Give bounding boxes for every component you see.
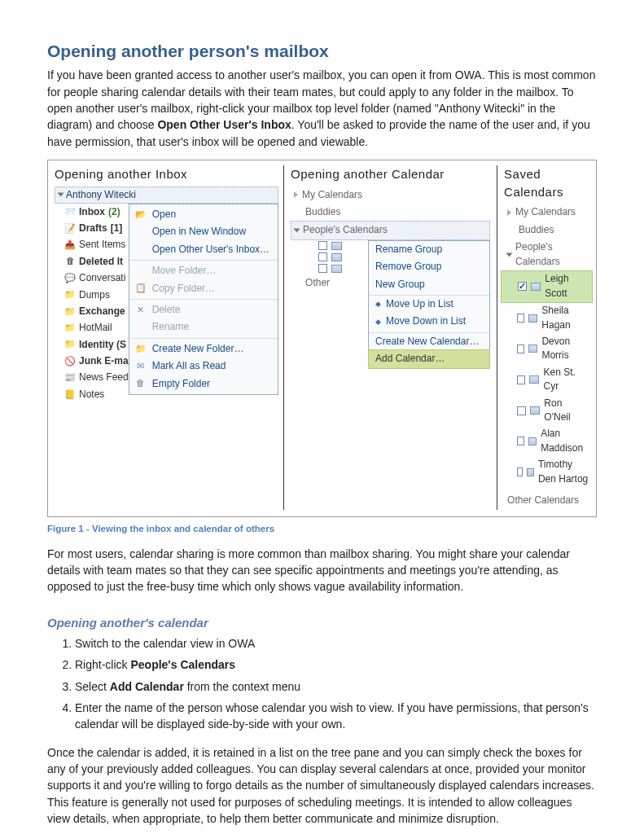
my-calendars-section[interactable]: My Calendars: [291, 187, 490, 204]
expand-icon: [58, 193, 64, 197]
chevron-right-icon: [507, 209, 511, 216]
calendar-mini-icon: [331, 265, 342, 273]
buddies-saved[interactable]: Buddies: [504, 222, 589, 239]
folder-item[interactable]: 📁HotMail: [55, 320, 129, 336]
section-label: Other Calendars: [507, 494, 579, 507]
steps-list: Switch to the calendar view in OWA Right…: [75, 635, 597, 732]
folder-item[interactable]: 🚫Junk E-ma: [55, 353, 129, 370]
menu-item[interactable]: Add Calendar…: [368, 349, 490, 368]
folder-item[interactable]: 💬Conversati: [55, 270, 129, 287]
saved-calendar-row[interactable]: Ken St. Cyr: [504, 364, 589, 395]
saved-calendar-row[interactable]: Leigh Scott: [501, 270, 593, 303]
menu-item[interactable]: Rename Group: [369, 241, 489, 258]
menu-label: Add Calendar…: [375, 352, 445, 366]
checkbox-icon[interactable]: [518, 282, 527, 291]
calendar-mini-icon: [331, 242, 342, 250]
peoples-calendars-saved[interactable]: People's Calendars: [504, 239, 589, 270]
step-2: Right-click People's Calendars: [75, 656, 597, 673]
menu-item[interactable]: Open Other User's Inbox…: [129, 241, 278, 258]
saved-calendar-row[interactable]: Alan Maddison: [504, 426, 589, 457]
menu-item[interactable]: New Group: [369, 276, 489, 293]
saved-calendar-row[interactable]: Timothy Den Hartog: [504, 457, 589, 488]
person-name: Devon Morris: [541, 335, 589, 363]
calendar-checkbox-row[interactable]: [305, 240, 342, 252]
folder-item[interactable]: 📒Notes: [55, 386, 129, 402]
folder-icon: 💬: [64, 274, 76, 283]
figure-col-calendar: Opening another Calendar My Calendars Bu…: [284, 165, 497, 510]
calendar-checkbox-row[interactable]: [305, 263, 342, 274]
menu-item[interactable]: 🗑Empty Folder: [129, 375, 278, 393]
menu-label: New Group: [375, 278, 425, 292]
checkbox-icon[interactable]: [318, 252, 327, 261]
calendar-checkbox-row[interactable]: [305, 252, 342, 263]
checkbox-icon[interactable]: [517, 314, 524, 323]
menu-item[interactable]: Create New Calendar…: [369, 332, 489, 350]
folder-label: Identity (S: [79, 338, 126, 352]
checkbox-icon[interactable]: [318, 241, 327, 250]
calendar-mini-icon: [527, 468, 534, 476]
col2-title: Opening another Calendar: [291, 165, 490, 183]
person-name: Ken St. Cyr: [543, 366, 589, 394]
calendar-mini-icon: [530, 406, 541, 415]
menu-item[interactable]: 📂Open: [129, 206, 278, 223]
menu-label: Open Other User's Inbox…: [152, 243, 269, 257]
folder-label: Dumps: [79, 288, 110, 302]
section-label: People's Calendars: [303, 223, 388, 237]
saved-calendar-row[interactable]: Devon Morris: [504, 334, 589, 365]
checkbox-icon[interactable]: [517, 467, 523, 476]
menu-item[interactable]: ✉Mark All as Read: [129, 358, 278, 375]
menu-icon: 🗑: [134, 377, 147, 390]
menu-item: 📋Copy Folder…: [129, 280, 278, 297]
menu-item: Move Folder…: [129, 260, 278, 279]
menu-label: Open: [152, 208, 176, 222]
folder-item[interactable]: 📰News Feed: [55, 370, 129, 386]
menu-label: Rename Group: [375, 243, 442, 257]
menu-label: Open in New Window: [152, 225, 246, 239]
folder-item[interactable]: 📝Drafts [1]: [55, 220, 129, 236]
subheading-calendar: Opening another's calendar: [47, 614, 597, 632]
folder-item[interactable]: 📨Inbox (2): [55, 204, 129, 220]
mailbox-root[interactable]: Anthony Witecki: [55, 187, 278, 204]
menu-item[interactable]: Open in New Window: [129, 223, 278, 240]
peoples-calendars-section[interactable]: People's Calendars: [291, 221, 490, 239]
menu-item[interactable]: ◆Move Up in List: [369, 295, 489, 313]
checkbox-icon[interactable]: [318, 264, 327, 273]
my-calendars-saved[interactable]: My Calendars: [504, 204, 589, 221]
saved-calendar-row[interactable]: Sheila Hagan: [504, 303, 589, 334]
intro-bold: Open Other User's Inbox: [157, 118, 291, 131]
folder-label: Sent Items: [79, 238, 125, 252]
col3-title: Saved Calendars: [504, 165, 589, 201]
folder-label: Conversati: [79, 271, 125, 285]
folder-item[interactable]: 📤Sent Items: [55, 237, 129, 253]
folder-icon: 📁: [64, 340, 76, 349]
saved-calendar-row[interactable]: Ron O'Neil: [504, 395, 589, 426]
folder-label: Junk E-ma: [79, 354, 129, 368]
section-label: Buddies: [519, 223, 554, 237]
folder-label: Notes: [79, 388, 104, 402]
calendar-mini-icon: [528, 345, 537, 353]
menu-item[interactable]: Remove Group: [369, 258, 489, 275]
folder-item[interactable]: 📁Exchange: [55, 303, 129, 319]
menu-label: Create New Folder…: [152, 342, 244, 356]
checkbox-icon[interactable]: [517, 437, 524, 446]
buddies-section[interactable]: Buddies: [291, 204, 490, 221]
person-name: Leigh Scott: [545, 272, 592, 301]
folder-label: Inbox: [79, 205, 105, 219]
menu-item[interactable]: 📁Create New Folder…: [129, 338, 278, 358]
folder-icon: 📁: [64, 307, 76, 317]
menu-label: Delete: [152, 303, 181, 317]
folder-item[interactable]: 📁Identity (S: [55, 336, 129, 353]
menu-icon: ◆: [375, 299, 381, 309]
folder-label: Drafts: [79, 222, 107, 235]
checkbox-icon[interactable]: [517, 375, 525, 384]
col1-title: Opening another Inbox: [55, 165, 278, 183]
menu-item[interactable]: ◆Move Down in List: [369, 313, 489, 330]
checkbox-icon[interactable]: [517, 406, 526, 415]
other-section: Other: [305, 274, 342, 292]
step-text: Select: [75, 680, 110, 693]
figure-caption: Figure 1 - Viewing the inbox and calenda…: [47, 522, 597, 536]
context-menu-calendar: Rename GroupRemove GroupNew Group◆Move U…: [368, 240, 490, 369]
checkbox-icon[interactable]: [517, 345, 524, 353]
folder-item[interactable]: 🗑Deleted It: [55, 253, 129, 270]
folder-item[interactable]: 📁Dumps: [55, 287, 129, 303]
